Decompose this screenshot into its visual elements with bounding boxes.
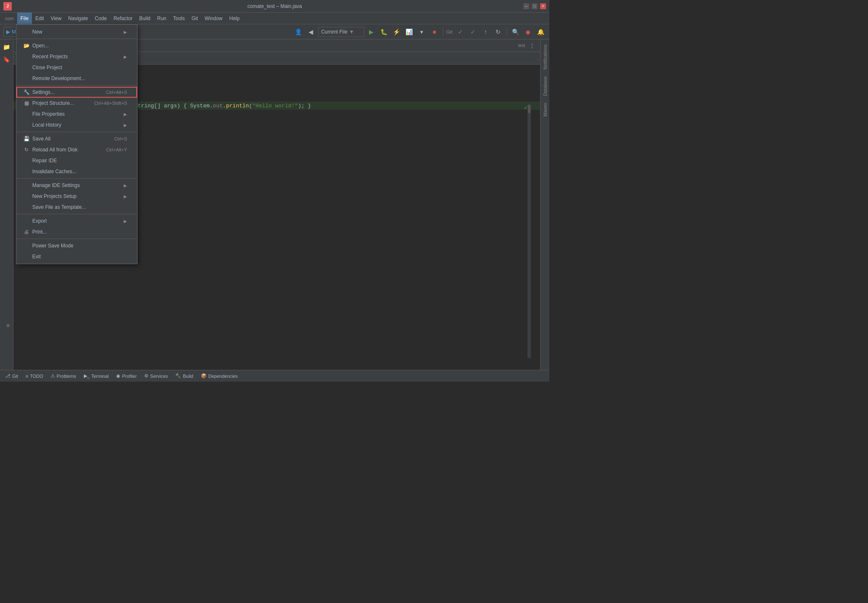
menu-local-history[interactable]: Local History ▶ — [16, 120, 137, 130]
menu-item-help[interactable]: Help — [226, 13, 243, 24]
menu-project-structure[interactable]: ▦ Project Structure... Ctrl+Alt+Shift+S — [16, 98, 137, 109]
menu-item-window[interactable]: Window — [201, 13, 226, 24]
git-update[interactable]: ↻ — [493, 26, 504, 37]
menu-item-run[interactable]: Run — [154, 13, 170, 24]
menu-manage-ide[interactable]: Manage IDE Settings ▶ — [16, 180, 137, 191]
menu-invalidate[interactable]: Invalidate Caches... — [16, 166, 137, 177]
profile-button[interactable]: 📊 — [404, 26, 415, 37]
maximize-button[interactable]: □ — [532, 3, 538, 9]
topbar-right: test ⋮ — [518, 40, 538, 51]
comate-icon[interactable]: ◉ — [522, 26, 533, 37]
sep2 — [16, 85, 137, 86]
menu-item-refactor[interactable]: Refactor — [110, 13, 136, 24]
bottom-tab-git[interactable]: ⎇ Git — [2, 371, 21, 381]
save-all-icon: 💾 — [23, 135, 30, 142]
menu-remote[interactable]: Remote Development... — [16, 73, 137, 84]
stop-button[interactable]: ■ — [429, 26, 440, 37]
project-sidebar-icon[interactable]: 📁 — [1, 41, 13, 53]
maven-tab[interactable]: Maven — [542, 99, 548, 120]
notifications-tab[interactable]: Notifications — [542, 41, 548, 73]
menu-open[interactable]: 📂 Open... — [16, 40, 137, 51]
bottom-tab-terminal[interactable]: ▶_ Terminal — [81, 371, 112, 381]
search-everywhere-icon[interactable]: 🔍 — [510, 26, 521, 37]
menu-item-tools[interactable]: Tools — [170, 13, 188, 24]
structure-sidebar-icon[interactable]: ≡ — [2, 320, 14, 331]
menu-new-projects[interactable]: New Projects Setup ▶ — [16, 191, 137, 202]
menu-ps-left: ▦ Project Structure... — [23, 100, 74, 107]
menu-reload[interactable]: ↻ Reload All from Disk Ctrl+Alt+Y — [16, 144, 137, 155]
user-icon[interactable]: 👤 — [293, 26, 304, 37]
bottom-tab-profiler[interactable]: ◉ Profiler — [113, 371, 140, 381]
database-tab[interactable]: Database — [542, 73, 548, 99]
bottom-tab-services[interactable]: ⚙ Services — [141, 371, 171, 381]
repair-icon — [23, 157, 30, 164]
bottom-tab-todo[interactable]: ≡ TODO — [22, 371, 47, 381]
back-icon[interactable]: ◀ — [306, 26, 317, 37]
breadcrumb-icon: ▶ — [6, 29, 10, 35]
run-button[interactable]: ▶ — [366, 26, 377, 37]
menu-save-all[interactable]: 💾 Save All Ctrl+S — [16, 133, 137, 144]
menu-new-left: New — [23, 29, 42, 35]
debug-button[interactable]: 🐛 — [379, 26, 390, 37]
menu-exp-label: Export — [32, 218, 47, 224]
menu-item-navigate[interactable]: Navigate — [65, 13, 91, 24]
menu-new[interactable]: New ▶ — [16, 26, 137, 37]
menu-print-left: 🖨 Print... — [23, 229, 47, 235]
recent-icon — [23, 53, 30, 60]
bottom-tab-build[interactable]: 🔨 Build — [172, 371, 196, 381]
bottom-tab-git-label: Git — [12, 374, 18, 379]
menu-power-save[interactable]: Power Save Mode — [16, 240, 137, 251]
git-check2[interactable]: ✓ — [468, 26, 478, 37]
sep6 — [16, 239, 137, 239]
sa-shortcut: Ctrl+S — [114, 136, 127, 141]
local-history-icon — [23, 122, 30, 128]
menu-item-build[interactable]: Build — [136, 13, 154, 24]
more-editor-options[interactable]: ⋮ — [527, 40, 538, 51]
menu-exit[interactable]: Exit — [16, 251, 137, 262]
menu-recent[interactable]: Recent Projects ▶ — [16, 51, 137, 62]
menu-remote-label: Remote Development... — [32, 75, 85, 81]
coverage-button[interactable]: ⚡ — [391, 26, 402, 37]
menu-item-com[interactable]: com — [2, 13, 17, 24]
close-proj-icon — [23, 64, 30, 71]
bookmarks-sidebar-icon[interactable]: 🔖 — [1, 54, 13, 65]
menu-ps-label: Project Structure... — [32, 100, 74, 106]
bottom-tab-problems[interactable]: ⚠ Problems — [47, 371, 79, 381]
left-sidebar: 📁 🔖 ≡ — [0, 39, 13, 370]
file-dropdown-menu: New ▶ 📂 Open... Recent Projects ▶ Close … — [16, 24, 138, 264]
menu-repair[interactable]: Repair IDE — [16, 155, 137, 166]
git-label: Git: — [446, 29, 453, 34]
menu-item-edit[interactable]: Edit — [32, 13, 47, 24]
menu-settings[interactable]: 🔧 Settings... Ctrl+Alt+S — [16, 87, 137, 98]
run-config-dropdown[interactable]: Current File ▼ — [318, 27, 364, 37]
git-check1[interactable]: ✓ — [455, 26, 466, 37]
run-config-label: Current File — [321, 29, 348, 35]
git-icon: ⎇ — [5, 373, 10, 379]
menu-save-template[interactable]: Save File as Template... — [16, 202, 137, 213]
topbar-test-label: test — [518, 43, 525, 48]
menu-inv-label: Invalidate Caches... — [32, 169, 76, 174]
menu-item-code[interactable]: Code — [91, 13, 110, 24]
profiler-icon: ◉ — [116, 373, 120, 379]
settings-shortcut: Ctrl+Alt+S — [106, 90, 127, 95]
menu-export[interactable]: Export ▶ — [16, 216, 137, 226]
services-icon: ⚙ — [144, 373, 148, 379]
menu-item-file[interactable]: File — [17, 13, 32, 24]
project-structure-icon: ▦ — [23, 100, 30, 107]
menu-item-git[interactable]: Git — [188, 13, 201, 24]
menu-close[interactable]: Close Project — [16, 62, 137, 73]
notifications-icon[interactable]: 🔔 — [535, 26, 546, 37]
more-options-icon[interactable]: ▾ — [416, 26, 427, 37]
close-button[interactable]: ✕ — [540, 3, 546, 9]
menu-sa-left: 💾 Save All — [23, 135, 50, 142]
menu-file-props[interactable]: File Properties ▶ — [16, 109, 137, 120]
menu-item-view[interactable]: View — [47, 13, 65, 24]
git-push[interactable]: ↑ — [480, 26, 491, 37]
scroll-thumb[interactable] — [528, 105, 530, 113]
menu-print[interactable]: 🖨 Print... — [16, 226, 137, 237]
menu-close-left: Close Project — [23, 64, 62, 71]
bottom-tab-dependencies[interactable]: 📦 Dependencies — [198, 371, 241, 381]
print-icon: 🖨 — [23, 229, 30, 235]
editor-scrollbar[interactable] — [528, 104, 531, 358]
minimize-button[interactable]: – — [523, 3, 529, 9]
